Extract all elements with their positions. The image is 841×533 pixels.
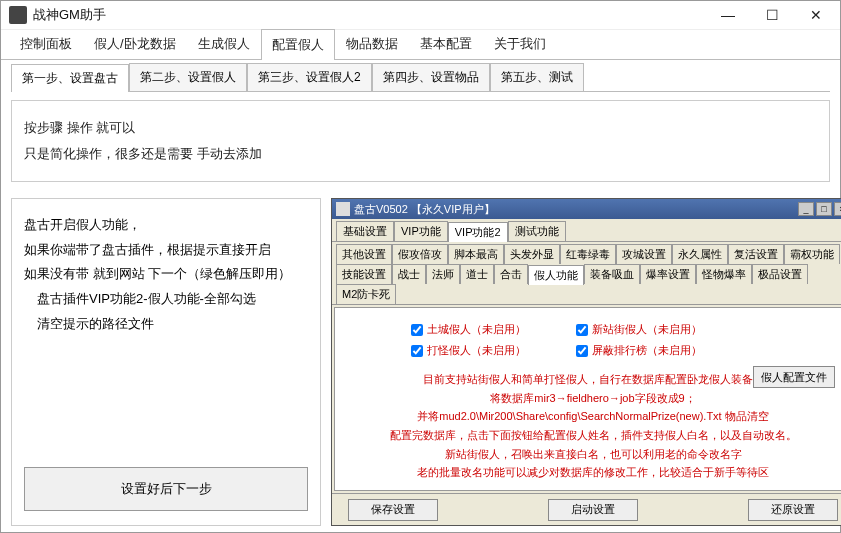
tab-generate-fake[interactable]: 生成假人 bbox=[187, 28, 261, 59]
pangu-tabs-sub: 其他设置 假攻倍攻 脚本最高 头发外显 红毒绿毒 攻城设置 永久属性 复活设置 … bbox=[332, 242, 841, 305]
st-script[interactable]: 脚本最高 bbox=[448, 244, 504, 264]
chk-tucheng[interactable]: 土城假人（未启用） bbox=[411, 322, 526, 337]
red-5: 新站街假人，召唤出来直接白名，也可以利用老的命令改名字 bbox=[341, 445, 841, 464]
main-window: 战神GM助手 — ☐ ✕ 控制面板 假人/卧龙数据 生成假人 配置假人 物品数据… bbox=[0, 0, 841, 533]
pangu-tabs-top: 基础设置 VIP功能 VIP功能2 测试功能 bbox=[332, 219, 841, 242]
chk-mobfake[interactable]: 打怪假人（未启用） bbox=[411, 343, 526, 358]
pangu-panel: 土城假人（未启用） 新站街假人（未启用） 打怪假人（未启用） 屏蔽排行榜（未启用… bbox=[334, 307, 841, 491]
st-warrior[interactable]: 战士 bbox=[392, 264, 426, 284]
red-2: 将数据库mir3→fieldhero→job字段改成9； bbox=[341, 389, 841, 408]
instr-1: 盘古开启假人功能， bbox=[24, 213, 308, 238]
tab-config-fake[interactable]: 配置假人 bbox=[261, 29, 335, 60]
step-4[interactable]: 第四步、设置物品 bbox=[372, 63, 490, 91]
instr-5: 清空提示的路径文件 bbox=[24, 312, 308, 337]
pangu-bottom-bar: 保存设置 启动设置 还原设置 bbox=[332, 493, 841, 525]
restore-settings-button[interactable]: 还原设置 bbox=[748, 499, 838, 521]
instr-2: 如果你端带了盘古插件，根据提示直接开启 bbox=[24, 238, 308, 263]
st-combo[interactable]: 合击 bbox=[494, 264, 528, 284]
chk-tucheng-box[interactable] bbox=[411, 324, 423, 336]
st-mage[interactable]: 法师 bbox=[426, 264, 460, 284]
pangu-maximize[interactable]: □ bbox=[816, 202, 832, 216]
chk-newstreet[interactable]: 新站街假人（未启用） bbox=[576, 322, 702, 337]
pangu-icon bbox=[336, 202, 350, 216]
pangu-titlebar: 盘古V0502 【永久VIP用户】 _ □ × bbox=[332, 199, 841, 219]
bottom-row: 盘古开启假人功能， 如果你端带了盘古插件，根据提示直接开启 如果没有带 就到网站… bbox=[11, 198, 830, 526]
main-tabs: 控制面板 假人/卧龙数据 生成假人 配置假人 物品数据 基本配置 关于我们 bbox=[1, 30, 840, 60]
step-3[interactable]: 第三步、设置假人2 bbox=[247, 63, 372, 91]
st-m2anti[interactable]: M2防卡死 bbox=[336, 284, 396, 304]
step-5[interactable]: 第五步、测试 bbox=[490, 63, 584, 91]
save-settings-button[interactable]: 保存设置 bbox=[348, 499, 438, 521]
st-mobdrop[interactable]: 怪物爆率 bbox=[696, 264, 752, 284]
fake-config-file-button[interactable]: 假人配置文件 bbox=[753, 366, 835, 388]
st-drop[interactable]: 爆率设置 bbox=[640, 264, 696, 284]
close-button[interactable]: ✕ bbox=[794, 1, 838, 29]
chk-mobfake-box[interactable] bbox=[411, 345, 423, 357]
window-title: 战神GM助手 bbox=[33, 6, 706, 24]
ptab-vip2[interactable]: VIP功能2 bbox=[448, 222, 508, 242]
pangu-title: 盘古V0502 【永久VIP用户】 bbox=[354, 202, 796, 217]
content-area: 第一步、设置盘古 第二步、设置假人 第三步、设置假人2 第四步、设置物品 第五步… bbox=[1, 60, 840, 532]
st-hair[interactable]: 头发外显 bbox=[504, 244, 560, 264]
embedded-app-panel: 盘古V0502 【永久VIP用户】 _ □ × 基础设置 VIP功能 VIP功能… bbox=[331, 198, 841, 526]
titlebar: 战神GM助手 — ☐ ✕ bbox=[1, 1, 840, 30]
st-other[interactable]: 其他设置 bbox=[336, 244, 392, 264]
chk-hiderank-box[interactable] bbox=[576, 345, 588, 357]
tab-item-data[interactable]: 物品数据 bbox=[335, 28, 409, 59]
info-box: 按步骤 操作 就可以 只是简化操作，很多还是需要 手动去添加 bbox=[11, 100, 830, 182]
pangu-window: 盘古V0502 【永久VIP用户】 _ □ × 基础设置 VIP功能 VIP功能… bbox=[331, 198, 841, 526]
step-1[interactable]: 第一步、设置盘古 bbox=[11, 64, 129, 92]
ptab-vip[interactable]: VIP功能 bbox=[394, 221, 448, 241]
st-perm[interactable]: 永久属性 bbox=[672, 244, 728, 264]
app-icon bbox=[9, 6, 27, 24]
red-6: 老的批量改名功能可以减少对数据库的修改工作，比较适合于新手等待区 bbox=[341, 463, 841, 482]
pangu-minimize[interactable]: _ bbox=[798, 202, 814, 216]
pangu-close[interactable]: × bbox=[834, 202, 841, 216]
st-fakefunc[interactable]: 假人功能 bbox=[528, 265, 584, 285]
instructions-panel: 盘古开启假人功能， 如果你端带了盘古插件，根据提示直接开启 如果没有带 就到网站… bbox=[11, 198, 321, 526]
st-fakeatk[interactable]: 假攻倍攻 bbox=[392, 244, 448, 264]
tab-basic-config[interactable]: 基本配置 bbox=[409, 28, 483, 59]
st-poison[interactable]: 红毒绿毒 bbox=[560, 244, 616, 264]
tab-about[interactable]: 关于我们 bbox=[483, 28, 557, 59]
st-skill[interactable]: 技能设置 bbox=[336, 264, 392, 284]
tab-control-panel[interactable]: 控制面板 bbox=[9, 28, 83, 59]
tab-fake-data[interactable]: 假人/卧龙数据 bbox=[83, 28, 187, 59]
st-siege[interactable]: 攻城设置 bbox=[616, 244, 672, 264]
red-3: 并将mud2.0\Mir200\Share\config\SearchNorma… bbox=[341, 407, 841, 426]
chk-newstreet-box[interactable] bbox=[576, 324, 588, 336]
chk-hiderank[interactable]: 屏蔽排行榜（未启用） bbox=[576, 343, 702, 358]
red-4: 配置完数据库，点击下面按钮给配置假人姓名，插件支持假人白名，以及自动改名。 bbox=[341, 426, 841, 445]
next-step-button[interactable]: 设置好后下一步 bbox=[24, 467, 308, 511]
st-best[interactable]: 极品设置 bbox=[752, 264, 808, 284]
ptab-basic[interactable]: 基础设置 bbox=[336, 221, 394, 241]
instr-3: 如果没有带 就到网站 下一个（绿色解压即用） bbox=[24, 262, 308, 287]
st-revive[interactable]: 复活设置 bbox=[728, 244, 784, 264]
info-line-2: 只是简化操作，很多还是需要 手动去添加 bbox=[24, 141, 817, 167]
st-suck[interactable]: 装备吸血 bbox=[584, 264, 640, 284]
maximize-button[interactable]: ☐ bbox=[750, 1, 794, 29]
instr-4: 盘古插件VIP功能2-假人功能-全部勾选 bbox=[24, 287, 308, 312]
start-settings-button[interactable]: 启动设置 bbox=[548, 499, 638, 521]
st-hegemony[interactable]: 霸权功能 bbox=[784, 244, 840, 264]
info-line-1: 按步骤 操作 就可以 bbox=[24, 115, 817, 141]
step-2[interactable]: 第二步、设置假人 bbox=[129, 63, 247, 91]
step-tabs: 第一步、设置盘古 第二步、设置假人 第三步、设置假人2 第四步、设置物品 第五步… bbox=[11, 66, 830, 92]
st-taoist[interactable]: 道士 bbox=[460, 264, 494, 284]
minimize-button[interactable]: — bbox=[706, 1, 750, 29]
ptab-test[interactable]: 测试功能 bbox=[508, 221, 566, 241]
